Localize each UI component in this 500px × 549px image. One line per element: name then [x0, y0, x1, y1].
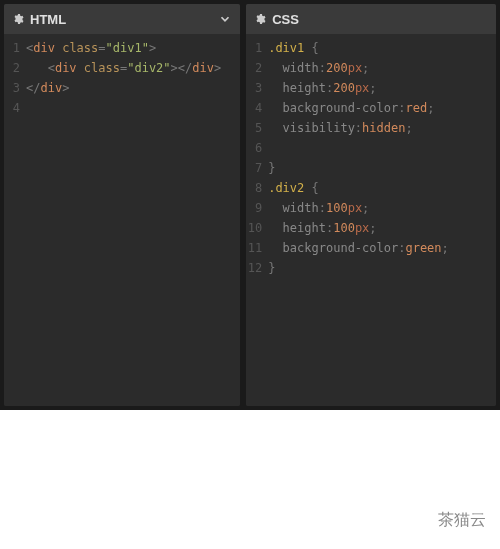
line-number: 3 — [4, 78, 20, 98]
code-line[interactable]: height:200px; — [268, 78, 496, 98]
code-line[interactable]: } — [268, 158, 496, 178]
line-number: 9 — [246, 198, 262, 218]
line-number: 4 — [4, 98, 20, 118]
code-line[interactable]: background-color:green; — [268, 238, 496, 258]
html-pane: HTML 1234 <div class="div1"> <div class=… — [4, 4, 240, 406]
html-code-editor[interactable]: 1234 <div class="div1"> <div class="div2… — [4, 34, 240, 406]
line-number: 12 — [246, 258, 262, 278]
css-pane: CSS 123456789101112 .div1 { width:200px;… — [246, 4, 496, 406]
html-pane-header: HTML — [4, 4, 240, 34]
gear-icon[interactable] — [12, 13, 24, 25]
line-number: 6 — [246, 138, 262, 158]
html-code-lines[interactable]: <div class="div1"> <div class="div2"></d… — [26, 38, 240, 406]
watermark: 茶猫云 — [438, 510, 486, 531]
css-pane-header: CSS — [246, 4, 496, 34]
line-number: 3 — [246, 78, 262, 98]
code-line[interactable]: <div class="div2"></div> — [26, 58, 240, 78]
line-number: 7 — [246, 158, 262, 178]
code-line[interactable]: visibility:hidden; — [268, 118, 496, 138]
line-number: 10 — [246, 218, 262, 238]
line-number: 2 — [4, 58, 20, 78]
code-line[interactable] — [26, 98, 240, 118]
line-number: 8 — [246, 178, 262, 198]
css-code-lines[interactable]: .div1 { width:200px; height:200px; backg… — [268, 38, 496, 406]
editor-area: HTML 1234 <div class="div1"> <div class=… — [0, 0, 500, 410]
code-line[interactable]: <div class="div1"> — [26, 38, 240, 58]
css-code-editor[interactable]: 123456789101112 .div1 { width:200px; hei… — [246, 34, 496, 406]
code-line[interactable]: </div> — [26, 78, 240, 98]
code-line[interactable]: width:200px; — [268, 58, 496, 78]
code-line[interactable]: height:100px; — [268, 218, 496, 238]
html-gutter: 1234 — [4, 38, 26, 406]
line-number: 2 — [246, 58, 262, 78]
line-number: 1 — [246, 38, 262, 58]
line-number: 4 — [246, 98, 262, 118]
line-number: 11 — [246, 238, 262, 258]
line-number: 5 — [246, 118, 262, 138]
gear-icon[interactable] — [254, 13, 266, 25]
code-line[interactable]: width:100px; — [268, 198, 496, 218]
html-pane-title: HTML — [30, 12, 212, 27]
css-gutter: 123456789101112 — [246, 38, 268, 406]
code-line[interactable]: .div1 { — [268, 38, 496, 58]
css-pane-title: CSS — [272, 12, 488, 27]
code-line[interactable] — [268, 138, 496, 158]
code-line[interactable]: } — [268, 258, 496, 278]
chevron-down-icon[interactable] — [218, 12, 232, 26]
code-line[interactable]: background-color:red; — [268, 98, 496, 118]
line-number: 1 — [4, 38, 20, 58]
code-line[interactable]: .div2 { — [268, 178, 496, 198]
